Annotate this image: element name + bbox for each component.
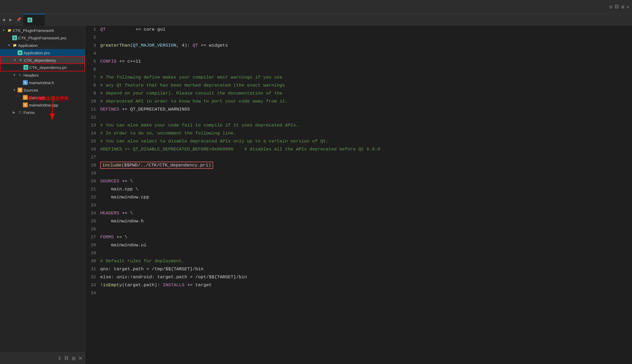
tabbar: ◀ ▶ 📌 Q	[0, 14, 632, 26]
line-number: 4	[85, 50, 100, 58]
folder-icon: 📁	[12, 43, 17, 48]
sidebar-link-icon[interactable]: ⛓	[64, 355, 69, 361]
expand-arrow: ▼	[13, 88, 17, 92]
forms-folder-icon: ⬡	[18, 110, 22, 115]
line-content: SOURCES += \	[100, 177, 632, 185]
line-number: 24	[85, 209, 100, 217]
line-content: mainwindow.h	[100, 217, 632, 225]
line-content: main.cpp \	[100, 185, 632, 193]
line-content: #DEFINES += QT_DISABLE_DEPRECATED_BEFORE…	[100, 145, 632, 153]
code-line-31: 31qnx: target.path = /tmp/$${TARGET}/bin	[85, 265, 632, 273]
line-number: 14	[85, 129, 100, 137]
line-number: 21	[85, 185, 100, 193]
tab-nav-back[interactable]: ◀	[0, 14, 7, 26]
line-content: FORMS += \	[100, 233, 632, 241]
code-line-13: 13# You can also make your code fail to …	[85, 121, 632, 129]
sidebar-item-application[interactable]: ▼ 📁 Application	[0, 42, 85, 49]
line-number: 6	[85, 66, 100, 73]
line-content: # deprecated API in order to know how to…	[100, 97, 632, 105]
line-number: 27	[85, 233, 100, 241]
line-content: # Default rules for deployment.	[100, 257, 632, 265]
sidebar-item-ctk-dependency-pri[interactable]: ▶ Q CTK_dependency.pri	[0, 64, 85, 71]
sidebar-item-main-cpp[interactable]: ▶ S main.cpp	[0, 94, 85, 101]
code-line-26: 26	[85, 225, 632, 233]
line-number: 23	[85, 201, 100, 209]
line-content: CONFIG += c++11	[100, 58, 632, 66]
line-number: 7	[85, 73, 100, 81]
add-subproject-icon[interactable]: ⊞	[621, 4, 624, 10]
code-line-29: 29	[85, 249, 632, 257]
line-number: 9	[85, 89, 100, 97]
sidebar-item-headers[interactable]: ▼ h Headers	[0, 71, 85, 79]
line-number: 32	[85, 273, 100, 281]
sidebar-item-label: Headers	[23, 73, 85, 77]
sidebar-item-label: mainwindow.h	[29, 80, 85, 85]
line-number: 25	[85, 217, 100, 225]
code-line-9: 9# depend on your compiler). Please cons…	[85, 89, 632, 97]
code-line-17: 17	[85, 153, 632, 161]
sidebar-item-label: Sources	[23, 88, 85, 92]
collapse-arrow: ▶	[13, 111, 17, 114]
sidebar-item-mainwindow-cpp[interactable]: ▶ S mainwindow.cpp	[0, 101, 85, 109]
tab-file-icon: Q	[27, 18, 32, 22]
tab-application-pro[interactable]: Q	[23, 14, 45, 26]
line-number: 8	[85, 81, 100, 89]
line-number: 26	[85, 225, 100, 233]
line-number: 19	[85, 169, 100, 177]
close-icon[interactable]: ✕	[626, 4, 629, 10]
sidebar-item-sources[interactable]: ▼ S Sources	[0, 86, 85, 94]
line-content: include($$PWD/../CTK/CTK_dependency.pri)	[100, 161, 632, 169]
line-number: 28	[85, 241, 100, 249]
code-line-6: 6	[85, 66, 632, 73]
line-number: 1	[85, 26, 100, 34]
tab-pin-icon[interactable]: 📌	[14, 14, 23, 26]
expand-arrow: ▼	[13, 58, 17, 62]
line-content: QT += core gui	[100, 26, 632, 34]
sidebar-expand-icon[interactable]: ⇕	[58, 355, 62, 361]
code-line-16: 16#DEFINES += QT_DISABLE_DEPRECATED_BEFO…	[85, 145, 632, 153]
line-content: # In order to do so, uncomment the follo…	[100, 129, 632, 137]
line-number: 15	[85, 137, 100, 145]
sidebar-add-icon[interactable]: ⊞	[72, 355, 76, 361]
h-icon: h	[23, 80, 28, 85]
line-content: mainwindow.ui	[100, 241, 632, 249]
code-line-21: 21 main.cpp \	[85, 185, 632, 193]
line-number: 18	[85, 161, 100, 169]
sidebar-item-label: main.cpp	[29, 95, 85, 100]
sidebar-item-label: CTK_dependency	[24, 58, 84, 63]
expand-arrow: ▼	[2, 28, 6, 32]
code-line-4: 4	[85, 50, 632, 58]
code-line-14: 14# In order to do so, uncomment the fol…	[85, 129, 632, 137]
sidebar-item-label: Application.pro	[23, 51, 85, 55]
line-number: 11	[85, 105, 100, 113]
code-editor[interactable]: 1QT += core gui23greaterThan(QT_MAJOR_VE…	[85, 26, 632, 364]
code-line-24: 24HEADERS += \	[85, 209, 632, 217]
sidebar-item-label: CTK_PluginFramework	[13, 28, 85, 33]
line-number: 12	[85, 113, 100, 121]
link-icon[interactable]: ⛓	[614, 4, 619, 10]
code-line-7: 7# The following define makes your compi…	[85, 73, 632, 81]
sidebar-item-label: CTK_PluginFramework.pro	[18, 36, 85, 40]
line-number: 31	[85, 265, 100, 273]
code-line-33: 33!isEmpty(target.path): INSTALLS += tar…	[85, 281, 632, 289]
sidebar-item-ctk-dependency[interactable]: ▼ ⚙ CTK_dependency	[0, 56, 85, 64]
code-line-25: 25 mainwindow.h	[85, 217, 632, 225]
sidebar-close-icon[interactable]: ✕	[78, 355, 82, 361]
code-line-15: 15# You can also select to disable depre…	[85, 137, 632, 145]
sidebar-item-label: Forms	[23, 110, 85, 115]
line-content: DEFINES += QT_DEPRECATED_WARNINGS	[100, 105, 632, 113]
sidebar-item-ctk-pluginframework-pro[interactable]: ▶ Q CTK_PluginFramework.pro	[0, 34, 85, 42]
line-number: 5	[85, 58, 100, 66]
line-content: # You can also select to disable depreca…	[100, 137, 632, 145]
sidebar-item-application-pro[interactable]: ▶ Q Application.pro	[0, 49, 85, 56]
sidebar-item-mainwindow-h[interactable]: ▶ h mainwindow.h	[0, 79, 85, 86]
file-tree: ▼ 📁 CTK_PluginFramework ▶ Q CTK_PluginFr…	[0, 26, 85, 352]
code-line-34: 34	[85, 289, 632, 297]
tab-nav-forward[interactable]: ▶	[7, 14, 14, 26]
pro-icon: Q	[18, 50, 22, 55]
sidebar-item-label: mainwindow.cpp	[29, 103, 85, 107]
filter-icon[interactable]: ⊟	[609, 4, 612, 10]
include-highlight: include($$PWD/../CTK/CTK_dependency.pri)	[100, 162, 213, 169]
sidebar-item-ctk-pluginframework[interactable]: ▼ 📁 CTK_PluginFramework	[0, 27, 85, 34]
sidebar-item-forms[interactable]: ▶ ⬡ Forms	[0, 109, 85, 116]
